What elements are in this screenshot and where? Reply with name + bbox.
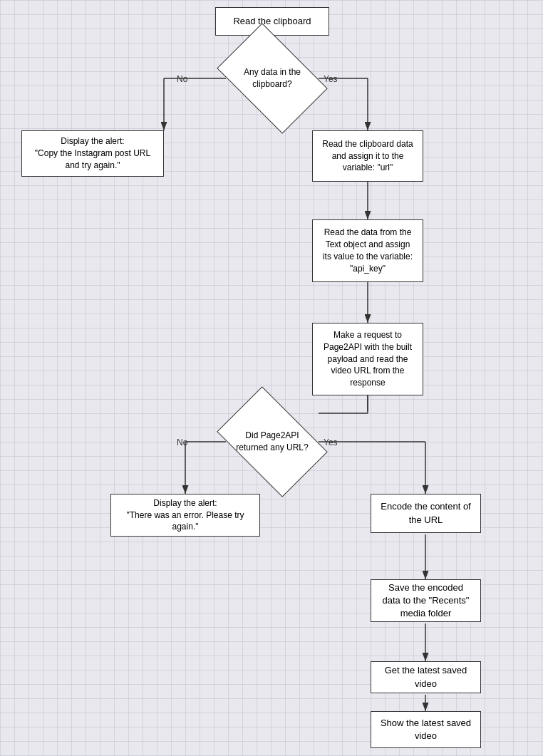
display-alert-2-box: Display the alert: "There was an error. … (110, 494, 260, 537)
display-alert-2-label: Display the alert: "There was an error. … (118, 497, 252, 533)
did-page2api-label: Did Page2API returned any URL? (226, 410, 319, 474)
get-latest-video-label: Get the latest saved video (378, 664, 473, 690)
no-label-1: No (177, 74, 187, 84)
read-clipboard-box: Read the clipboard (215, 7, 329, 36)
yes-label-1: Yes (324, 74, 338, 84)
read-text-object-box: Read the data from the Text object and a… (312, 219, 423, 282)
make-request-label: Make a request to Page2API with the buil… (320, 329, 415, 389)
encode-url-label: Encode the content of the URL (378, 500, 473, 526)
save-encoded-label: Save the encoded data to the "Recents" m… (378, 581, 473, 621)
show-latest-video-box: Show the latest saved video (371, 711, 481, 748)
read-clipboard-data-label: Read the clipboard data and assign it to… (320, 138, 415, 174)
display-alert-1-label: Display the alert: "Copy the Instagram p… (29, 135, 156, 171)
read-text-object-label: Read the data from the Text object and a… (320, 227, 415, 274)
no-label-2: No (177, 437, 187, 447)
display-alert-1-box: Display the alert: "Copy the Instagram p… (21, 130, 164, 177)
yes-label-2: Yes (324, 437, 338, 447)
read-clipboard-label: Read the clipboard (233, 15, 311, 28)
save-encoded-box: Save the encoded data to the "Recents" m… (371, 579, 481, 622)
show-latest-video-label: Show the latest saved video (378, 717, 473, 742)
encode-url-box: Encode the content of the URL (371, 494, 481, 533)
flowchart: Read the clipboard Any data in the clipb… (0, 0, 543, 756)
read-clipboard-data-box: Read the clipboard data and assign it to… (312, 130, 423, 182)
get-latest-video-box: Get the latest saved video (371, 661, 481, 693)
make-request-box: Make a request to Page2API with the buil… (312, 323, 423, 395)
any-data-label: Any data in the clipboard? (226, 46, 319, 110)
